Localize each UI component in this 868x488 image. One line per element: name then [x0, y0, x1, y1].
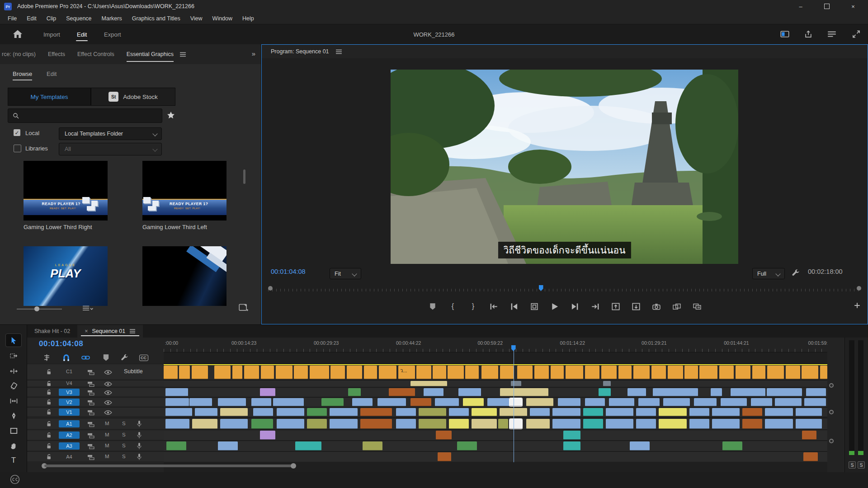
captions-icon[interactable]: CC — [139, 354, 148, 361]
clip-v3[interactable] — [458, 388, 481, 396]
share-icon[interactable] — [804, 30, 813, 38]
adobe-stock-button[interactable]: St Adobe Stock — [91, 88, 175, 106]
clip-v1[interactable] — [449, 408, 469, 416]
caption-clip[interactable] — [481, 366, 498, 379]
mark-in-button[interactable]: { — [449, 303, 457, 310]
lock-icon[interactable] — [46, 380, 52, 387]
close-button[interactable]: × — [843, 0, 863, 13]
sequence-tab-sequence-01[interactable]: ×Sequence 01 — [77, 325, 143, 338]
clip-v3[interactable] — [599, 388, 611, 396]
source-patch-icon[interactable] — [87, 389, 95, 396]
clip-v1[interactable] — [742, 408, 762, 416]
lock-icon[interactable] — [46, 369, 52, 375]
menu-sequence[interactable]: Sequence — [61, 15, 96, 22]
mute-button[interactable]: M — [105, 421, 109, 426]
clip-v2[interactable] — [435, 398, 459, 406]
caption-clip[interactable] — [551, 366, 564, 379]
program-playhead[interactable] — [539, 285, 543, 291]
clip-v1[interactable] — [307, 408, 327, 416]
comparison-view-button[interactable] — [673, 303, 681, 310]
lift-button[interactable] — [612, 303, 620, 310]
scroll-handle-right[interactable] — [291, 463, 296, 469]
panel-tab-essential-graphics[interactable]: Essential Graphics — [127, 44, 174, 64]
seek-zoom-handle-right[interactable] — [857, 286, 861, 291]
lock-icon[interactable] — [46, 454, 52, 460]
clip-a1[interactable] — [419, 419, 447, 429]
track-height-knob[interactable] — [829, 410, 834, 414]
caption-clip[interactable] — [310, 366, 329, 379]
clip-a1[interactable] — [765, 419, 793, 429]
mic-icon[interactable] — [137, 432, 142, 439]
clip-v2[interactable] — [165, 398, 189, 406]
clip-a3[interactable] — [295, 441, 322, 450]
caption-clip[interactable] — [179, 366, 189, 379]
pen-tool[interactable] — [6, 409, 21, 422]
clip-v3[interactable] — [348, 388, 361, 396]
clip-v2[interactable] — [663, 398, 690, 406]
search-input[interactable] — [23, 112, 151, 119]
timeline-horizontal-scrollbar[interactable] — [42, 463, 296, 469]
caption-clip[interactable] — [214, 366, 231, 379]
lock-icon[interactable] — [46, 421, 52, 427]
menu-markers[interactable]: Markers — [97, 15, 127, 22]
clip-v3[interactable] — [653, 388, 698, 396]
clip-v1[interactable] — [689, 408, 709, 416]
caption-clip[interactable] — [668, 366, 683, 379]
clip-v2[interactable] — [721, 398, 747, 406]
new-item-icon[interactable] — [239, 304, 249, 313]
clip-v4[interactable] — [511, 381, 521, 386]
mic-icon[interactable] — [137, 453, 142, 460]
clip-a1[interactable] — [526, 419, 550, 429]
workspace-tab-edit[interactable]: Edit — [77, 24, 87, 44]
clip-v1[interactable] — [636, 408, 656, 416]
clip-v3[interactable] — [806, 388, 826, 396]
source-patch-icon[interactable] — [87, 399, 95, 406]
template-card[interactable] — [142, 246, 226, 306]
panel-overflow-icon[interactable]: » — [252, 50, 255, 57]
clip-a1[interactable] — [277, 419, 305, 429]
caption-clip[interactable] — [618, 366, 632, 379]
clip-a1[interactable] — [192, 419, 217, 429]
template-card-gaming-lower-third-right[interactable]: READY PLAYER 1?READY. SET. PLAY!Gaming L… — [24, 161, 108, 230]
clip-v2[interactable] — [585, 398, 605, 406]
clip-a1[interactable] — [360, 419, 392, 429]
clip-a3[interactable] — [218, 441, 238, 450]
caption-clip[interactable] — [347, 366, 362, 379]
clip-v2[interactable] — [638, 398, 660, 406]
clip-v2[interactable] — [410, 398, 431, 406]
panel-tab-rce-no-clips[interactable]: rce: (no clips) — [2, 44, 36, 64]
clip-a4[interactable] — [438, 452, 451, 461]
caption-clip[interactable] — [261, 366, 274, 379]
template-card[interactable]: LEAGUEPLAY — [24, 246, 108, 306]
clip-a1[interactable] — [472, 419, 497, 429]
clip-v2[interactable] — [352, 398, 373, 406]
hand-tool[interactable] — [6, 439, 21, 452]
clip-v3[interactable] — [260, 388, 275, 396]
clip-v3[interactable] — [389, 388, 415, 396]
caption-clip[interactable] — [448, 366, 463, 379]
clip-v3[interactable] — [767, 388, 802, 396]
solo-button[interactable]: S — [122, 421, 126, 426]
caption-clip[interactable] — [244, 366, 259, 379]
panel-menu-icon[interactable] — [335, 49, 342, 54]
caption-clip[interactable] — [364, 366, 377, 379]
clip-a1[interactable] — [583, 419, 603, 429]
step-back-button[interactable] — [510, 303, 518, 310]
mute-button[interactable]: M — [105, 432, 109, 437]
clip-v1[interactable] — [530, 408, 550, 416]
clip-v2[interactable] — [321, 398, 343, 406]
clip-a1[interactable] — [220, 419, 248, 429]
panel-menu-icon[interactable] — [129, 329, 136, 333]
track-target-v4[interactable]: V4 — [59, 380, 80, 386]
caption-clip[interactable] — [719, 366, 734, 379]
clip-v2[interactable] — [804, 398, 826, 406]
play-button[interactable] — [551, 303, 559, 310]
clip-a1[interactable] — [712, 419, 740, 429]
caption-clip[interactable] — [566, 366, 584, 379]
clip-a1[interactable] — [552, 419, 580, 429]
panel-tab-effect-controls[interactable]: Effect Controls — [77, 44, 114, 64]
clip-a1[interactable] — [449, 419, 469, 429]
caption-clip[interactable] — [517, 366, 533, 379]
clip-v4[interactable] — [410, 381, 447, 386]
source-patch-icon[interactable] — [87, 432, 95, 439]
